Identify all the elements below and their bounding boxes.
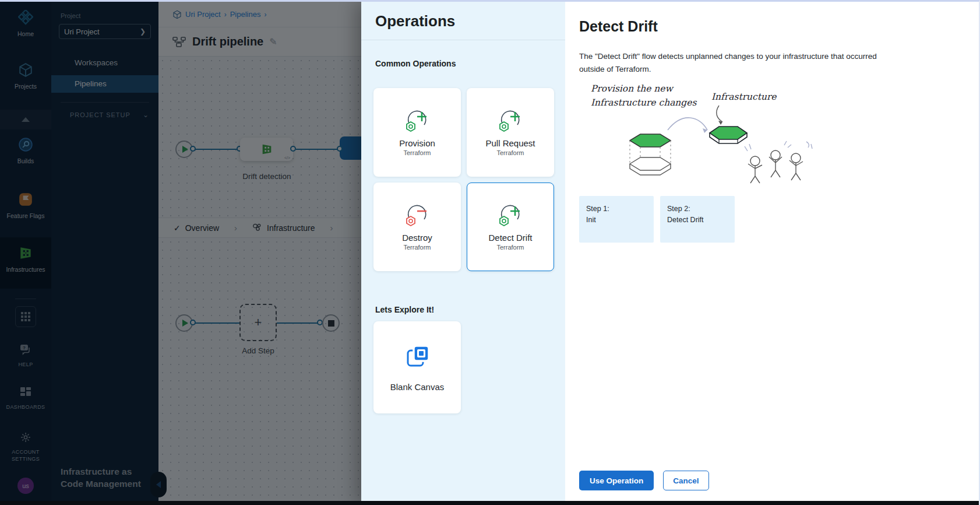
projects-icon bbox=[18, 62, 33, 78]
op-card-title: Provision bbox=[399, 138, 435, 148]
rail-collapse-band[interactable] bbox=[0, 110, 51, 129]
dashboards-icon bbox=[20, 387, 31, 398]
step-box-2: Step 2: Detect Drift bbox=[660, 196, 735, 243]
add-step-label: Add Step bbox=[223, 346, 293, 355]
breadcrumb-separator: › bbox=[264, 10, 266, 19]
tab-overview[interactable]: ✓ Overview bbox=[174, 223, 219, 233]
rail-label: ACCOUNT SETTINGS bbox=[6, 448, 45, 462]
edge-port bbox=[190, 146, 196, 152]
rail-label: Home bbox=[0, 30, 51, 37]
pipeline-icon bbox=[172, 37, 186, 47]
page-title: Drift pipeline bbox=[192, 35, 263, 48]
chevron-right-icon: › bbox=[234, 223, 237, 233]
feature-flags-icon bbox=[18, 192, 33, 207]
tab-label: Overview bbox=[185, 223, 219, 233]
stage-node-drift-detection[interactable]: </> bbox=[240, 138, 293, 161]
check-icon: ✓ bbox=[174, 223, 181, 233]
project-selector-value: Uri Project bbox=[64, 27, 100, 36]
edge-line bbox=[296, 149, 338, 150]
drawer-divider bbox=[361, 40, 565, 40]
project-cube-icon bbox=[172, 10, 182, 19]
step-name: Init bbox=[586, 215, 647, 226]
provision-hexagon-sketch bbox=[630, 134, 671, 175]
illustration-caption-line2: Infrastructure changes bbox=[591, 97, 697, 108]
play-icon bbox=[182, 146, 188, 153]
drawer-title: Operations bbox=[375, 12, 551, 30]
sidebar-collapse-button[interactable] bbox=[150, 472, 167, 497]
tab-infrastructure[interactable]: Infrastructure bbox=[252, 223, 315, 233]
edge-port bbox=[337, 146, 343, 152]
blank-canvas-card[interactable]: Blank Canvas bbox=[373, 321, 461, 413]
module-rail: Home Projects Builds bbox=[0, 2, 51, 505]
step-box-1: Step 1: Init bbox=[579, 196, 654, 243]
blank-canvas-icon bbox=[404, 343, 430, 369]
stage-canvas[interactable]: </> Drift detection bbox=[158, 57, 361, 218]
module-footer-title: Infrastructure as Code Management bbox=[61, 466, 149, 490]
chevron-left-icon bbox=[156, 481, 161, 488]
sidebar-item-pipelines[interactable]: Pipelines bbox=[51, 75, 158, 93]
detail-title: Detect Drift bbox=[579, 18, 966, 35]
user-avatar[interactable]: us bbox=[17, 478, 34, 494]
cancel-button[interactable]: Cancel bbox=[663, 471, 708, 490]
svg-text:?: ? bbox=[23, 345, 26, 350]
use-operation-button[interactable]: Use Operation bbox=[579, 471, 654, 490]
op-card-destroy[interactable]: Destroy Terraform bbox=[373, 183, 461, 271]
celebration-marks bbox=[745, 141, 812, 151]
stop-icon bbox=[328, 320, 334, 327]
infrastructure-tab-icon bbox=[252, 223, 262, 232]
op-card-provision[interactable]: Provision Terraform bbox=[373, 88, 461, 177]
project-section-label: Project bbox=[61, 12, 80, 19]
op-card-detect-drift[interactable]: Detect Drift Terraform bbox=[467, 183, 554, 271]
rail-item-home[interactable]: Home bbox=[0, 10, 51, 37]
project-setup-toggle[interactable]: PROJECT SETUP ⌄ bbox=[70, 111, 149, 118]
pull-request-terraform-icon bbox=[497, 109, 524, 135]
destroy-terraform-icon bbox=[404, 204, 431, 229]
play-icon bbox=[182, 320, 188, 327]
arrow-down bbox=[717, 106, 722, 122]
edge-line bbox=[277, 322, 320, 324]
provision-terraform-icon bbox=[404, 109, 431, 135]
operations-grid: Provision Terraform Pull Request Terrafo… bbox=[373, 88, 554, 271]
step-number: Step 1: bbox=[586, 204, 647, 215]
home-icon bbox=[18, 10, 33, 25]
rail-item-feature-flags[interactable]: Feature Flags bbox=[0, 192, 51, 219]
breadcrumb: Uri Project › Pipelines › bbox=[158, 2, 361, 27]
rail-item-dashboards[interactable]: DASHBOARDS bbox=[0, 387, 51, 411]
step-name: Detect Drift bbox=[667, 215, 728, 226]
rail-label: HELP bbox=[0, 361, 51, 368]
sidebar-divider bbox=[61, 102, 149, 103]
rail-label: Infrastructures bbox=[0, 266, 51, 273]
operations-drawer: Operations Common Operations Provision T… bbox=[361, 2, 565, 505]
rail-item-help[interactable]: ? HELP bbox=[0, 343, 51, 368]
collapse-up-icon bbox=[22, 117, 30, 122]
add-step-node[interactable]: + bbox=[239, 304, 277, 341]
edit-pipeline-name-icon[interactable]: ✎ bbox=[269, 36, 277, 47]
breadcrumb-separator: › bbox=[224, 10, 227, 19]
code-badge: </> bbox=[284, 156, 290, 160]
detect-drift-terraform-icon bbox=[497, 204, 524, 229]
project-selector[interactable]: Uri Project ❯ bbox=[59, 24, 151, 39]
builds-icon bbox=[18, 137, 33, 152]
rail-item-projects[interactable]: Projects bbox=[0, 62, 51, 90]
execution-canvas[interactable]: + Add Step bbox=[158, 238, 361, 503]
project-setup-label: PROJECT SETUP bbox=[70, 111, 131, 118]
rail-item-account-settings[interactable]: ACCOUNT SETTINGS bbox=[0, 432, 51, 462]
breadcrumb-pipelines-link[interactable]: Pipelines bbox=[230, 10, 261, 19]
app-window: Home Projects Builds bbox=[0, 0, 980, 505]
edge-port bbox=[190, 320, 196, 325]
help-chat-icon: ? bbox=[19, 343, 32, 356]
breadcrumb-project-link[interactable]: Uri Project bbox=[185, 10, 221, 19]
rail-item-infrastructures[interactable]: Infrastructures bbox=[0, 246, 51, 273]
module-grid-button[interactable] bbox=[15, 306, 36, 327]
blank-canvas-title: Blank Canvas bbox=[390, 382, 445, 392]
detect-drift-illustration: Provision the new Infrastructure changes… bbox=[574, 76, 825, 193]
op-card-pull-request[interactable]: Pull Request Terraform bbox=[467, 88, 554, 177]
stage-label: Drift detection bbox=[232, 172, 302, 181]
chevron-down-icon: ⌄ bbox=[143, 111, 149, 119]
operation-detail-panel: Detect Drift The "Detect Drift" flow det… bbox=[565, 2, 980, 505]
stick-figures bbox=[748, 150, 803, 183]
sidebar-item-workspaces[interactable]: Workspaces bbox=[51, 54, 158, 72]
detail-actions: Use Operation Cancel bbox=[579, 471, 709, 490]
grid-icon bbox=[21, 312, 30, 321]
rail-item-builds[interactable]: Builds bbox=[0, 137, 51, 164]
